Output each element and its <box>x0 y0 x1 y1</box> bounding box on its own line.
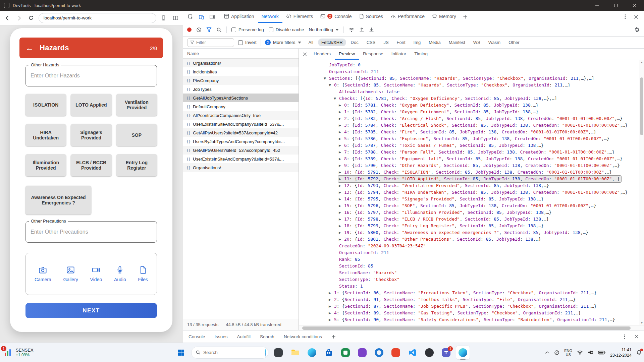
network-settings-gear-icon[interactable] <box>634 27 640 33</box>
filter-toggle-icon[interactable] <box>206 27 212 32</box>
split-screen-icon[interactable] <box>171 13 180 23</box>
battery-icon[interactable] <box>598 351 605 355</box>
close-devtools-icon[interactable] <box>631 11 641 23</box>
expand-arrow-icon[interactable]: ▶ <box>339 182 344 189</box>
drawer-tab-console[interactable]: Console <box>189 334 205 339</box>
close-button[interactable] <box>625 0 644 11</box>
json-tree-row[interactable]: ▶3: {Id: 5784, Check: "Electrical Shock"… <box>299 122 644 129</box>
notification-bell[interactable] <box>636 350 642 355</box>
bing-sphere-icon[interactable] <box>265 349 266 357</box>
tab-elements[interactable]: Elements <box>282 11 317 23</box>
hazard-toggle-button[interactable]: LOTO Applied <box>71 94 111 116</box>
network-request-row[interactable]: GetAllPtwUsers?siteId=537&companyId=452 <box>183 146 299 155</box>
kebab-menu-icon[interactable] <box>620 11 631 23</box>
json-tree-row[interactable]: ▶2: {SectionId: 91, SectionName: "Toolbo… <box>299 296 644 303</box>
json-tree-row[interactable]: ▶20: {Id: 5801, Check: "Other Precaution… <box>299 236 644 243</box>
tab-application[interactable]: Application <box>220 11 258 23</box>
import-har-icon[interactable] <box>359 27 364 33</box>
network-request-row[interactable]: JobTypes <box>183 85 299 94</box>
invert-checkbox[interactable]: Invert <box>238 40 257 45</box>
taskbar-app-vscode[interactable] <box>406 346 419 359</box>
detail-tab-preview[interactable]: Preview <box>335 49 359 60</box>
json-tree-row[interactable]: ▶2: {Id: 5783, Check: "Arcing / Flash", … <box>299 115 644 122</box>
other-hazards-input[interactable] <box>26 65 157 86</box>
expand-arrow-icon[interactable]: ▶ <box>339 229 344 236</box>
form-back-arrow-icon[interactable]: ← <box>25 43 37 53</box>
expand-arrow-icon[interactable]: ▶ <box>339 135 344 142</box>
json-tree-row[interactable]: ▶17: {Id: 5798, Check: "ELCB / RCCB Prov… <box>299 216 644 223</box>
expand-arrow-icon[interactable]: ▶ <box>339 202 344 209</box>
json-tree-row[interactable]: ▼Checks: [{Id: 5781, Check: "Oxygen Defi… <box>299 95 644 102</box>
send-to-device-icon[interactable] <box>159 13 168 23</box>
close-detail-icon[interactable] <box>300 49 310 60</box>
hazard-toggle-button[interactable]: Entry Log Register <box>116 154 157 176</box>
other-precautions-input[interactable] <box>26 222 157 242</box>
taskbar-app-edge-active[interactable] <box>456 346 470 359</box>
taskbar-app-dark-circle[interactable] <box>423 346 436 359</box>
vertical-scrollbar[interactable]: ▲ ▼ <box>639 60 644 325</box>
tab-console[interactable]: 2 Console <box>317 11 355 23</box>
collapse-arrow-icon[interactable]: ▼ <box>329 82 334 88</box>
detail-tab-response[interactable]: Response <box>359 49 387 60</box>
video-button[interactable]: Video <box>90 265 102 282</box>
json-tree-row[interactable]: ▶4: {Id: 5785, Check: "Fire", SectionId:… <box>299 129 644 135</box>
expand-arrow-icon[interactable]: ▶ <box>329 316 334 323</box>
inspect-element-icon[interactable] <box>185 11 196 23</box>
json-tree-row[interactable]: JobTypeId: 0 <box>299 62 644 68</box>
json-tree-row[interactable]: ▶9: {Id: 5790, Check: "Other Hazards", S… <box>299 162 644 169</box>
json-tree-row[interactable]: ▶5: {SectionId: 90, SectionName: "Safety… <box>299 316 644 323</box>
taskbar-app-teams[interactable]: 1 <box>439 346 453 359</box>
network-request-row[interactable]: GetAllJobTypesAndSections <box>183 94 299 102</box>
filter-chip-all[interactable]: All <box>305 39 317 46</box>
requests-column-header[interactable]: Name <box>183 49 299 59</box>
minimize-button[interactable] <box>588 0 606 11</box>
expand-arrow-icon[interactable]: ▶ <box>339 156 344 162</box>
language-indicator[interactable]: ENG US <box>564 349 572 357</box>
expand-arrow-icon[interactable]: ▶ <box>339 223 344 229</box>
dock-side-icon[interactable] <box>207 11 217 23</box>
network-request-row[interactable]: All?contractorCompaniesOnly=true <box>183 111 299 120</box>
hazard-toggle-button[interactable]: SOP <box>116 124 157 146</box>
filter-chip-other[interactable]: Other <box>505 39 523 46</box>
json-tree-row[interactable]: SectionId: 85 <box>299 263 644 269</box>
preserve-log-checkbox[interactable]: Preserve log <box>231 27 264 32</box>
do-not-disturb-icon[interactable] <box>554 350 559 355</box>
drawer-tab-issues[interactable]: Issues <box>215 334 228 339</box>
expand-arrow-icon[interactable]: ▶ <box>339 216 344 223</box>
device-toolbar-icon[interactable] <box>196 11 207 23</box>
clear-network-log-icon[interactable] <box>196 27 202 33</box>
taskbar-app-browser[interactable] <box>305 346 319 359</box>
network-request-row[interactable]: PtwCompany <box>183 76 299 85</box>
json-tree-row[interactable]: ▶13: {Id: 5794, Check: "HIRA Undertaken"… <box>299 189 644 196</box>
json-tree-row[interactable]: OrganisationId: 211 <box>299 68 644 75</box>
audio-button[interactable]: Audio <box>114 265 126 282</box>
network-request-row[interactable]: UserExistsInSiteAndCompany?&siteId=537&… <box>183 155 299 163</box>
expand-arrow-icon[interactable]: ▶ <box>339 109 344 115</box>
taskbar-app-purple[interactable] <box>356 346 369 359</box>
hazard-toggle-button[interactable]: Illumination Provided <box>25 154 66 176</box>
json-tree-row[interactable]: ▶12: {Id: 5793, Check: "Ventilation Prov… <box>299 182 644 189</box>
start-button[interactable] <box>174 346 188 359</box>
filter-input[interactable] <box>196 40 226 45</box>
json-tree-row[interactable]: ▶4: {SectionId: 89, SectionName: "Gas Te… <box>299 310 644 316</box>
horizontal-scrollbar[interactable] <box>299 325 644 330</box>
expand-arrow-icon[interactable]: ▶ <box>339 142 344 149</box>
json-tree-row[interactable]: ▶5: {Id: 5786, Check: "Explosion", Secti… <box>299 135 644 142</box>
taskbar-app-ring[interactable] <box>372 346 386 359</box>
expand-arrow-icon[interactable]: ▶ <box>339 115 344 122</box>
filter-chip-js[interactable]: JS <box>380 39 392 46</box>
collapse-arrow-icon[interactable]: ▼ <box>334 95 339 102</box>
json-tree-row[interactable]: OrganisationId: 211 <box>299 249 644 256</box>
hidden-icons-chevron[interactable] <box>545 351 549 354</box>
volume-icon[interactable] <box>588 350 593 355</box>
add-panel-icon[interactable] <box>460 11 471 23</box>
json-tree-row[interactable]: ▶7: {Id: 5788, Check: "Person Fall", Sec… <box>299 149 644 156</box>
filter-chip-manifest[interactable]: Manifest <box>445 39 469 46</box>
expand-arrow-icon[interactable]: ▶ <box>339 189 344 196</box>
filter-chip-doc[interactable]: Doc <box>347 39 362 46</box>
network-conditions-icon[interactable] <box>348 27 355 33</box>
json-tree-row[interactable]: ▶1: {Id: 5782, Check: "Oxygen Enrichment… <box>299 109 644 115</box>
disable-cache-checkbox[interactable]: Disable cache <box>269 27 304 32</box>
back-button[interactable] <box>3 13 12 23</box>
expand-arrow-icon[interactable]: ▶ <box>339 122 344 129</box>
